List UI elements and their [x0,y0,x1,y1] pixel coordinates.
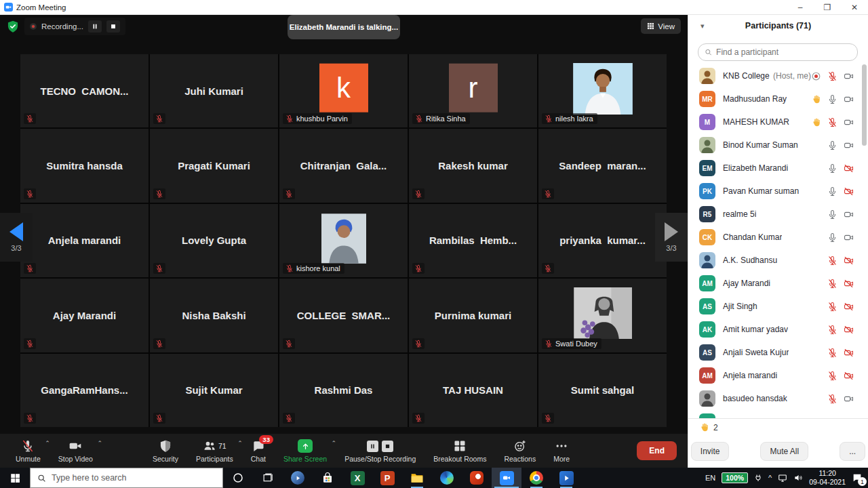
video-tile[interactable]: Rambilas Hemb... [409,204,537,277]
reactions-button[interactable]: Reactions [495,434,545,468]
breakout-rooms-button[interactable]: Breakout Rooms [425,434,495,468]
video-tile[interactable]: Anjela marandi [20,204,149,277]
video-on-icon [844,394,854,404]
taskbar-search-placeholder: Type here to search [52,473,126,483]
stop-recording-icon[interactable] [106,20,120,33]
participant-row[interactable]: ASAnjali Sweta Kujur [688,341,859,364]
video-tile[interactable]: Nisha Bakshi [150,279,278,352]
participant-search[interactable] [698,43,858,61]
media-player-icon[interactable] [283,468,313,488]
video-tile[interactable]: Chitranjan Gala... [279,129,408,202]
office-icon[interactable] [462,468,492,488]
participant-row[interactable]: CKChandan Kumar [688,226,859,249]
participant-row[interactable]: ASAjit Singh [688,295,859,318]
minimize-button[interactable]: – [787,0,814,14]
edge-icon[interactable] [432,468,462,488]
video-tile[interactable]: Sumit sahgal [538,354,667,427]
video-tile[interactable]: Rakesh kumar [409,129,537,202]
control-label: Chat [251,455,266,463]
stop-video-button[interactable]: Stop Video⌃ [50,434,102,468]
more-button[interactable]: More [545,434,578,468]
powerpoint-icon[interactable]: P [372,468,402,488]
notification-center-icon[interactable]: 1 [852,472,863,483]
video-off-icon [844,186,854,197]
movies-tv-icon[interactable] [551,468,581,488]
tile-name-label: nilesh lakra [542,113,597,124]
video-tile[interactable]: kkhushbu Parvin [279,54,408,127]
network-icon[interactable] [778,473,787,483]
video-tile[interactable]: priyanka kumar... [538,204,667,277]
participant-row[interactable]: AKAmit kumar yadav [688,318,859,341]
battery-indicator[interactable]: 100% [722,472,748,483]
video-tile[interactable]: kishore kunal [279,204,408,277]
participant-name: realme 5i [723,209,756,219]
clock[interactable]: 11:20 09-04-2021 [809,469,846,487]
encryption-shield-icon[interactable] [6,20,20,33]
file-explorer-icon[interactable] [402,468,432,488]
pause-stop-recording-button[interactable]: Pause/Stop Recording [336,434,425,468]
video-tile[interactable]: Purnima kumari [409,279,537,352]
chat-badge: 33 [259,435,273,444]
close-button[interactable]: ✕ [841,0,868,14]
participant-row[interactable]: KNB College Of E...(Host, me) [688,64,859,87]
unmute-button[interactable]: Unmute⌃ [7,434,50,468]
video-tile[interactable]: Juhi Kumari [150,54,278,127]
share-screen-button[interactable]: Share Screen⌃ [275,434,336,468]
more-options-button[interactable]: ... [840,442,865,461]
search-input[interactable] [716,47,851,57]
video-tile[interactable]: Pragati Kumari [150,129,278,202]
video-tile[interactable]: Lovely Gupta [150,204,278,277]
view-button[interactable]: View [641,18,681,34]
security-button[interactable]: Security [144,434,187,468]
grid-prev-page-button[interactable]: 3/3 [0,213,33,262]
microsoft-store-icon[interactable] [313,468,342,488]
tray-expand-chevron[interactable]: ^ [768,474,772,482]
cortana-icon[interactable] [223,468,253,488]
zoom-taskbar-icon[interactable] [492,468,521,488]
participant-row[interactable]: Binod Kumar Suman [688,134,859,157]
chrome-icon[interactable] [521,468,551,488]
end-meeting-button[interactable]: End [637,441,677,460]
video-tile[interactable]: COLLEGE SMAR... [279,279,408,352]
participant-row[interactable]: MRMadhusudan Ray [688,87,859,110]
tile-name-label [153,413,165,424]
video-tile[interactable]: Rashmi Das [279,354,408,427]
taskbar-search[interactable]: Type here to search [30,468,223,488]
video-tile[interactable]: TAJ HUSAIN [409,354,537,427]
start-button[interactable] [0,468,30,488]
pause-recording-icon[interactable] [88,20,102,33]
participant-row[interactable]: PKPavan Kumar suman [688,180,859,203]
video-tile[interactable]: TECNO CAMON... [20,54,149,127]
participant-row[interactable]: AMAjay Marandi [688,272,859,295]
grid-next-page-button[interactable]: 3/3 [655,213,688,262]
participant-row[interactable]: basudeo hansdak [688,387,859,410]
participants-button[interactable]: 71Participants⌃ [187,434,242,468]
scrollbar-thumb[interactable] [862,64,867,146]
tile-participant-name: Ajay Marandi [20,279,149,352]
participant-row[interactable]: EMElizabeth Marandi [688,157,859,180]
language-indicator[interactable]: EN [705,474,715,482]
participant-row[interactable]: A.K. Sudhansu [688,249,859,272]
participant-row[interactable] [688,410,859,418]
participant-row[interactable]: R5realme 5i [688,203,859,226]
chevron-up-icon[interactable]: ⌃ [97,440,102,447]
video-tile[interactable]: rRitika Sinha [409,54,537,127]
task-view-icon[interactable] [253,468,283,488]
muted-mic-icon [26,414,34,422]
video-tile[interactable]: nilesh lakra [538,54,667,127]
chat-button[interactable]: Chat33 [242,434,275,468]
speaker-icon[interactable] [793,473,803,483]
video-tile[interactable]: Sujit Kumar [150,354,278,427]
video-tile[interactable]: GangaRamHans... [20,354,149,427]
video-tile[interactable]: Ajay Marandi [20,279,149,352]
mute-all-button[interactable]: Mute All [760,442,808,461]
participant-row[interactable]: MMAHESH KUMAR [688,110,859,134]
video-tile[interactable]: Sumitra hansda [20,129,149,202]
maximize-button[interactable]: ❐ [814,0,841,14]
control-label: Breakout Rooms [433,455,486,463]
excel-icon[interactable]: X [342,468,372,488]
participant-row[interactable]: AMAnjela marandi [688,364,859,387]
video-tile[interactable]: Swati Dubey [538,279,667,352]
invite-button[interactable]: Invite [691,442,730,461]
video-tile[interactable]: Sandeep maran... [538,129,667,202]
